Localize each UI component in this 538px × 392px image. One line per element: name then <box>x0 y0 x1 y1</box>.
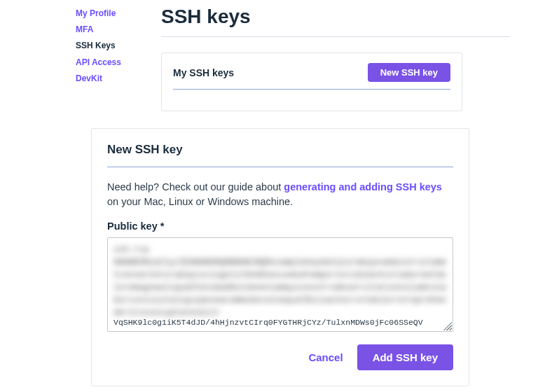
help-link-generating-ssh-keys[interactable]: generating and adding SSH keys <box>284 181 442 192</box>
main-content: SSH keys My SSH keys New SSH key <box>161 6 538 111</box>
sidebar-item-mfa[interactable]: MFA <box>76 22 161 38</box>
public-key-label: Public key * <box>107 220 453 232</box>
textarea-resize-handle[interactable] <box>443 322 452 330</box>
ssh-keys-card-title: My SSH keys <box>173 67 234 78</box>
public-key-textarea[interactable]: ssh-rsa AAAAB3NzaC1yc2EAAAADAQABAAACAQDe… <box>107 237 453 332</box>
title-divider <box>161 36 510 37</box>
new-ssh-key-form-card: New SSH key Need help? Check out our gui… <box>91 128 469 386</box>
help-text-prefix: Need help? Check out our guide about <box>107 181 284 192</box>
public-key-visible-tail: VqSHK9lc0g1iK5T4dJD/4hHjnzvtCIrq0FYGTHRj… <box>113 318 423 327</box>
sidebar-item-api-access[interactable]: API Access <box>76 55 161 71</box>
form-divider <box>107 167 453 167</box>
new-ssh-key-form-title: New SSH key <box>107 143 453 157</box>
sidebar-item-devkit[interactable]: DevKit <box>76 71 161 87</box>
new-ssh-key-button[interactable]: New SSH key <box>368 63 450 82</box>
form-actions: Cancel Add SSH key <box>107 344 453 370</box>
settings-sidebar: My Profile MFA SSH Keys API Access DevKi… <box>0 6 161 111</box>
sidebar-item-ssh-keys[interactable]: SSH Keys <box>76 38 161 54</box>
help-text-suffix: on your Mac, Linux or Windows machine. <box>107 196 293 207</box>
ssh-keys-card-header: My SSH keys New SSH key <box>173 63 450 82</box>
add-ssh-key-button[interactable]: Add SSH key <box>357 344 453 370</box>
cancel-button[interactable]: Cancel <box>308 351 343 363</box>
sidebar-item-my-profile[interactable]: My Profile <box>76 6 161 22</box>
help-text: Need help? Check out our guide about gen… <box>107 180 453 209</box>
public-key-blurred-content: ssh-rsa AAAAB3NzaC1yc2EAAAADAQABAAACAQDe… <box>113 244 447 319</box>
page-title: SSH keys <box>161 6 510 28</box>
ssh-keys-card: My SSH keys New SSH key <box>161 52 462 111</box>
ssh-keys-card-divider <box>173 89 450 90</box>
